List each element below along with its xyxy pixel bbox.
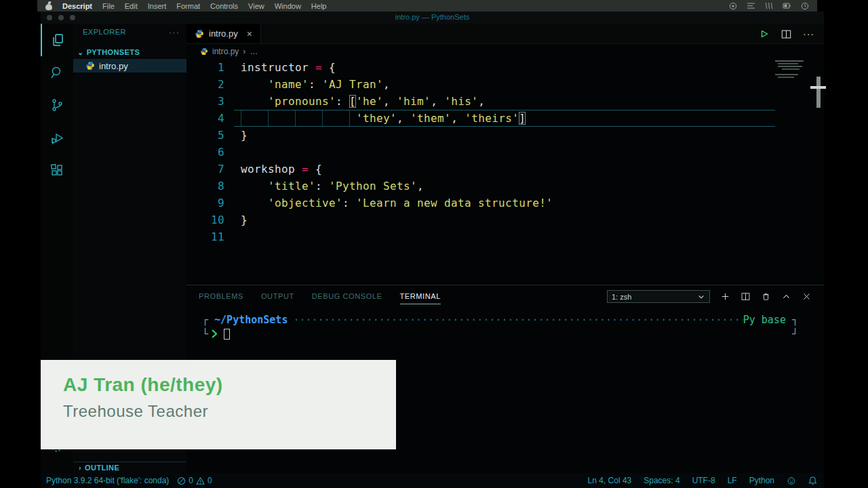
panel-tab-output[interactable]: OUTPUT	[261, 292, 294, 304]
panel-tab-debug-console[interactable]: DEBUG CONSOLE	[312, 292, 382, 304]
explorer-more-icon[interactable]: ···	[169, 27, 180, 37]
project-folder-label: PYTHONSETS	[87, 48, 140, 56]
line-number: 9	[186, 195, 224, 211]
shell-select-value: 1: zsh	[612, 293, 693, 301]
terminal-cursor[interactable]	[224, 329, 230, 340]
status-lf[interactable]: LF	[728, 476, 737, 485]
panel-tab-problems[interactable]: PROBLEMS	[199, 292, 243, 304]
menu-item-file[interactable]: File	[102, 2, 115, 10]
menu-item-controls[interactable]: Controls	[210, 2, 238, 10]
code-line[interactable]: 5}	[186, 127, 824, 144]
error-count: 0	[189, 476, 193, 485]
code-text: 'objective': 'Learn a new data structure…	[234, 195, 775, 211]
new-terminal-icon[interactable]	[720, 291, 730, 302]
code-text: workshop = {	[234, 161, 775, 178]
close-tab-icon[interactable]: ×	[247, 28, 252, 39]
kill-terminal-trash-icon[interactable]	[761, 291, 771, 302]
terminal-content[interactable]: ┌ ~/PythonSets ·························…	[202, 312, 798, 341]
sidebar-project-folder[interactable]: ⌄ PYTHONSETS	[73, 45, 186, 59]
problems-status[interactable]: 0 0	[177, 476, 212, 485]
outline-section[interactable]: › OUTLINE	[73, 462, 186, 473]
code-line[interactable]: 2 'name': 'AJ Tran',	[186, 76, 824, 93]
window-title: intro.py — PythonSets	[41, 13, 824, 21]
screen-record-icon[interactable]	[729, 2, 737, 10]
audio-waves-icon[interactable]	[765, 2, 773, 9]
status-ln-4-col-43[interactable]: Ln 4, Col 43	[588, 476, 632, 485]
maximize-panel-icon[interactable]	[781, 291, 791, 302]
prompt-filler-dots: ········································…	[288, 314, 743, 326]
clock-icon[interactable]	[801, 2, 809, 10]
apple-icon[interactable]	[45, 2, 52, 10]
window-title-bar: intro.py — PythonSets	[41, 12, 824, 24]
minimap[interactable]	[775, 59, 812, 100]
menu-item-insert[interactable]: Insert	[148, 2, 167, 10]
status-spaces-4[interactable]: Spaces: 4	[644, 476, 679, 485]
editor-more-actions-icon[interactable]: ···	[803, 28, 814, 39]
outline-label: OUTLINE	[85, 464, 119, 472]
menu-item-help[interactable]: Help	[311, 2, 327, 10]
extensions-icon[interactable]	[41, 154, 73, 186]
mouse-cursor	[810, 86, 826, 89]
split-editor-icon[interactable]	[781, 28, 792, 40]
code-line[interactable]: 6	[186, 144, 824, 161]
code-text	[234, 228, 775, 245]
prompt-arrow-icon	[211, 329, 218, 339]
line-number: 11	[186, 228, 224, 245]
code-line[interactable]: 7workshop = {	[186, 161, 824, 178]
menu-item-window[interactable]: Window	[275, 2, 301, 10]
code-line[interactable]: 10}	[186, 211, 824, 228]
status-bar: Python 3.9.2 64-bit ('flake': conda) 0 0…	[41, 473, 824, 488]
python-file-icon	[200, 47, 208, 56]
code-text: }	[234, 127, 775, 144]
tab-label: intro.py	[209, 28, 238, 39]
python-file-icon	[85, 61, 95, 70]
menu-item-edit[interactable]: Edit	[125, 2, 138, 10]
battery-icon[interactable]	[783, 2, 791, 9]
editor-group: intro.py × ··· intro.py › … 1instructor …	[186, 24, 824, 285]
code-text: 'pronouns': ['he', 'him', 'his',	[234, 93, 775, 110]
code-text	[234, 144, 775, 161]
panel-tab-terminal[interactable]: TERMINAL	[400, 292, 441, 304]
code-line[interactable]: 3 'pronouns': ['he', 'him', 'his',	[186, 93, 824, 110]
terminal-shell-select[interactable]: 1: zsh	[607, 290, 710, 303]
menu-item-view[interactable]: View	[248, 2, 264, 10]
breadcrumb-more[interactable]: …	[250, 47, 258, 56]
prompt-frame-bottom-left: └	[202, 328, 208, 340]
sidebar-file-intro-py[interactable]: intro.py	[73, 59, 186, 73]
status-python[interactable]: Python	[749, 476, 774, 485]
breadcrumb[interactable]: intro.py › …	[186, 44, 824, 58]
run-file-button[interactable]	[757, 28, 770, 40]
code-line[interactable]: 8 'title': 'Python Sets',	[186, 178, 824, 195]
code-line[interactable]: 1instructor = {	[186, 59, 824, 76]
code-line[interactable]: 11	[186, 228, 824, 245]
notifications-bell-icon[interactable]	[808, 476, 817, 485]
status-utf-8[interactable]: UTF-8	[692, 476, 715, 485]
screen: Descript FileEditInsertFormatControlsVie…	[0, 0, 868, 488]
breadcrumb-file[interactable]: intro.py	[212, 47, 239, 56]
tab-intro-py[interactable]: intro.py ×	[186, 24, 261, 43]
code-line[interactable]: 4 'they', 'them', 'theirs']	[186, 110, 824, 127]
close-panel-icon[interactable]	[802, 291, 812, 302]
prompt-frame-bottom-right: ┘	[792, 328, 798, 340]
run-debug-icon[interactable]	[41, 121, 73, 154]
menu-app-name[interactable]: Descript	[62, 2, 92, 10]
tab-bar: intro.py × ···	[186, 24, 824, 44]
code-lines[interactable]: 1instructor = {2 'name': 'AJ Tran',3 'pr…	[186, 59, 824, 245]
split-terminal-icon[interactable]	[741, 291, 751, 302]
line-number: 5	[186, 127, 224, 144]
editor-scrollbar[interactable]	[816, 77, 821, 108]
source-control-icon[interactable]	[41, 89, 73, 121]
code-text: 'they', 'them', 'theirs']	[234, 110, 775, 127]
prompt-frame-top-right: ┐	[792, 314, 798, 326]
feedback-smiley-icon[interactable]	[787, 476, 796, 485]
line-number: 2	[186, 76, 224, 93]
code-text: }	[234, 211, 775, 228]
display-settings-icon[interactable]	[747, 2, 755, 9]
menu-item-format[interactable]: Format	[176, 2, 200, 10]
chevron-right-icon: ›	[79, 464, 81, 472]
code-line[interactable]: 9 'objective': 'Learn a new data structu…	[186, 195, 824, 211]
search-icon[interactable]	[41, 56, 73, 89]
lower-third-card: AJ Tran (he/they) Treehouse Teacher	[41, 360, 396, 449]
python-interpreter-status[interactable]: Python 3.9.2 64-bit ('flake': conda)	[46, 476, 169, 485]
explorer-icon[interactable]	[41, 24, 73, 56]
